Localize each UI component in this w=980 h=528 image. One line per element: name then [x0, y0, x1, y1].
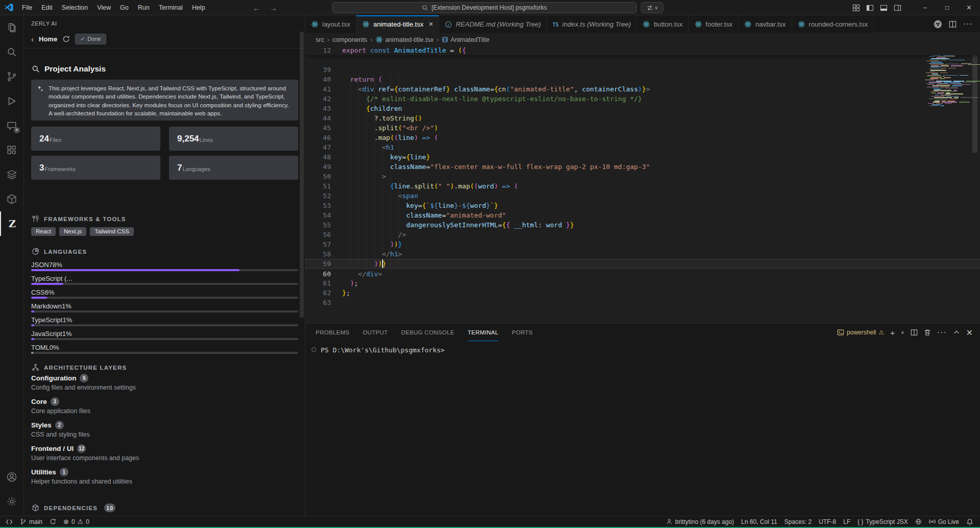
tab-index.ts[interactable]: TS index.ts (Working Tree) — [547, 15, 637, 33]
status-commit-author[interactable]: brittytino (6 days ago) — [662, 516, 737, 527]
status-sync-changes[interactable] — [46, 516, 60, 527]
kill-terminal-icon[interactable] — [924, 329, 931, 336]
tab-animated-title.tsx[interactable]: animated-title.tsx ✕ — [356, 15, 439, 33]
code-editor[interactable]: 39 40 return ( 41 <div ref={containerRef… — [305, 45, 980, 323]
sidebar-scrollbar[interactable] — [300, 32, 304, 318]
status-remote-indicator[interactable] — [2, 516, 16, 527]
history-nav: ← → — [253, 0, 277, 15]
tab-layout.tsx[interactable]: layout.tsx — [305, 15, 356, 33]
toggle-primary-sidebar-icon[interactable] — [866, 4, 874, 12]
activity-source-control[interactable] — [0, 64, 24, 89]
framework-chip[interactable]: Tailwind CSS — [90, 227, 134, 236]
globe-icon — [915, 518, 922, 525]
activity-layers[interactable] — [0, 162, 24, 187]
status-go-live[interactable]: Go Live — [925, 516, 963, 527]
layer-description: Config files and environment settings — [31, 384, 298, 391]
maximize-panel-icon[interactable] — [953, 329, 960, 336]
toggle-secondary-sidebar-icon[interactable] — [893, 4, 902, 12]
menu-edit[interactable]: Edit — [37, 0, 57, 15]
toggle-panel-icon[interactable] — [879, 4, 888, 12]
close-button[interactable]: ✕ — [958, 0, 980, 15]
architecture-item: Configuration6 Config files and environm… — [31, 374, 298, 397]
breadcrumb-item[interactable]: AnimatedTitle — [442, 36, 489, 43]
status-notifications[interactable] — [963, 516, 977, 527]
tab-button.tsx[interactable]: button.tsx — [637, 15, 688, 33]
new-terminal-icon[interactable]: + — [890, 328, 895, 337]
activity-accounts[interactable] — [0, 465, 24, 489]
menu-go[interactable]: Go — [115, 0, 133, 15]
panel-tab-problems[interactable]: PROBLEMS — [316, 324, 349, 341]
minimize-button[interactable]: – — [914, 0, 936, 15]
tab-label: navbar.tsx — [755, 20, 785, 28]
status-cursor-position[interactable]: Ln 60, Col 11 — [737, 516, 781, 527]
panel-tab-terminal[interactable]: TERMINAL — [468, 324, 499, 341]
menu-help[interactable]: Help — [187, 0, 210, 15]
tab-navbar.tsx[interactable]: navbar.tsx — [738, 15, 792, 33]
chevron-down-icon[interactable]: ∨ — [901, 330, 904, 335]
code-line-54: 54 className="animated-word" — [305, 201, 980, 210]
activity-zerly-ai[interactable]: Z — [0, 211, 24, 236]
maximize-button[interactable]: □ — [936, 0, 958, 15]
language-bar-track — [31, 297, 298, 299]
status-language-mode[interactable]: { }TypeScript JSX — [854, 516, 911, 527]
refresh-icon[interactable] — [62, 35, 70, 43]
sparkle-icon — [37, 85, 44, 92]
split-editor-icon[interactable] — [949, 20, 957, 28]
status-text: Spaces: 2 — [784, 518, 811, 525]
activity-run-and-debug[interactable] — [0, 89, 24, 113]
editor-scrollbar[interactable] — [972, 45, 977, 153]
minimap[interactable] — [924, 45, 970, 112]
panel-tab-debug-console[interactable]: DEBUG CONSOLE — [401, 324, 454, 341]
activity-search[interactable] — [0, 40, 24, 64]
chevron-left-icon[interactable]: ‹ — [31, 35, 34, 43]
command-center-search[interactable]: [Extension Development Host] psgmxforks — [332, 2, 637, 13]
terminal-shell-badge[interactable]: powershell ⚠ — [837, 329, 884, 336]
activity-chat[interactable]: ✕ — [0, 113, 24, 138]
customize-layout-icon[interactable] — [852, 4, 861, 12]
tab-footer.tsx[interactable]: footer.tsx — [689, 15, 739, 33]
back-arrow-icon[interactable]: ← — [253, 4, 260, 12]
menu-terminal[interactable]: Terminal — [154, 0, 187, 15]
activity-manage-settings[interactable] — [0, 489, 24, 514]
status-git-branch[interactable]: main — [16, 516, 46, 527]
tab-README.md[interactable]: README.md (Working Tree) — [439, 15, 547, 33]
activity-package-explorer[interactable] — [0, 187, 24, 211]
panel-tab-ports[interactable]: PORTS — [512, 324, 533, 341]
breadcrumb-item[interactable]: components — [332, 36, 367, 43]
status-indentation[interactable]: Spaces: 2 — [781, 516, 815, 527]
terminal-prompt[interactable]: PS D:\Work's\Github\psgmxforks> — [321, 346, 445, 354]
menu-view[interactable]: View — [92, 0, 115, 15]
activity-explorer[interactable] — [0, 15, 24, 40]
close-tab-icon[interactable]: ✕ — [428, 21, 433, 28]
breadcrumb-item[interactable]: src — [316, 36, 324, 43]
code-line-49: 49 className="flex-center max-w-full fle… — [305, 152, 980, 162]
launch-profile-button[interactable]: ∨ — [641, 2, 663, 13]
menu-file[interactable]: File — [17, 0, 37, 15]
home-link[interactable]: Home — [39, 35, 57, 43]
status-problems[interactable]: ⊗0⚠0 — [60, 516, 93, 527]
more-actions-icon[interactable]: ··· — [937, 328, 947, 337]
split-terminal-icon[interactable] — [911, 329, 918, 336]
openai-logo-icon[interactable] — [934, 20, 942, 29]
framework-chip[interactable]: Next.js — [59, 227, 86, 236]
framework-chip[interactable]: React — [31, 227, 56, 236]
more-actions-icon[interactable]: ··· — [963, 19, 973, 29]
tab-label: footer.tsx — [706, 20, 733, 28]
done-button[interactable]: ✓ Done — [75, 34, 106, 44]
forward-arrow-icon[interactable]: → — [270, 4, 277, 12]
close-panel-icon[interactable]: ✕ — [966, 328, 973, 338]
tab-rounded-corners.tsx[interactable]: rounded-corners.tsx — [792, 15, 874, 33]
status-encoding[interactable]: UTF-8 — [815, 516, 840, 527]
activity-bar: ✕Z — [0, 15, 24, 516]
menu-selection[interactable]: Selection — [57, 0, 92, 15]
editor-actions: ··· — [934, 15, 980, 33]
layer-description: CSS and styling files — [31, 431, 298, 438]
status-eol[interactable]: LF — [840, 516, 854, 527]
menu-run[interactable]: Run — [133, 0, 154, 15]
breadcrumb-item[interactable]: animated-title.tsx — [375, 36, 433, 43]
panel-tab-output[interactable]: OUTPUT — [363, 324, 388, 341]
status-feedback[interactable] — [912, 516, 925, 527]
stat-value: 24 — [39, 134, 49, 144]
activity-extensions[interactable] — [0, 138, 24, 162]
layer-description: User interface components and pages — [31, 454, 298, 462]
